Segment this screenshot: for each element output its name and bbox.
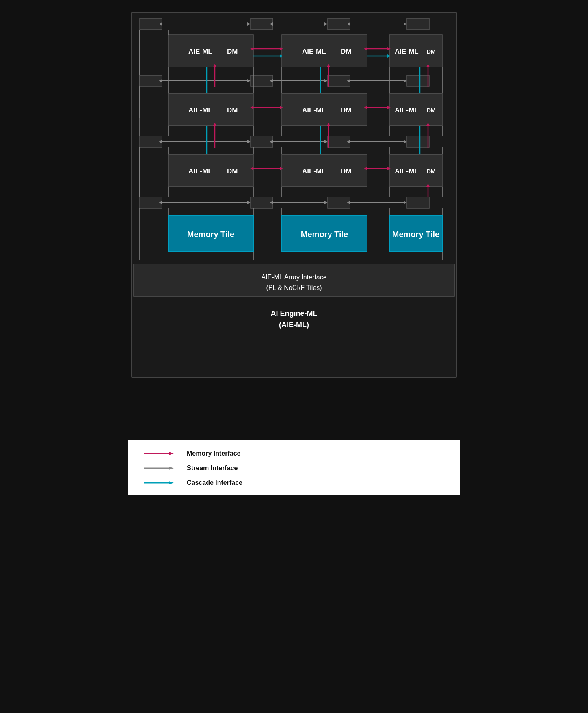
legend-arrow-memory (144, 450, 180, 457)
svg-rect-76 (140, 136, 162, 147)
svg-text:AIE-ML: AIE-ML (302, 48, 326, 55)
svg-text:Memory Tile: Memory Tile (301, 230, 348, 239)
svg-rect-128 (407, 197, 429, 208)
svg-text:(PL & NoCI/F Tiles): (PL & NoCI/F Tiles) (266, 284, 322, 291)
legend-memory-label: Memory Interface (187, 450, 241, 457)
svg-marker-186 (169, 481, 174, 484)
diagram-container: AIE-ML DM AIE-ML DM AIE-ML DM (128, 8, 460, 440)
svg-text:DM: DM (427, 168, 436, 175)
legend-stream-label: Stream Interface (187, 465, 238, 472)
svg-text:AIE-ML: AIE-ML (188, 48, 212, 55)
svg-rect-120 (251, 197, 273, 208)
svg-marker-184 (169, 467, 174, 470)
svg-text:Memory Tile: Memory Tile (187, 230, 234, 239)
svg-rect-80 (251, 136, 273, 147)
legend: Memory Interface Stream Interface Cascad… (128, 440, 460, 495)
svg-text:DM: DM (427, 48, 436, 55)
svg-rect-2 (140, 18, 162, 30)
svg-rect-6 (251, 18, 273, 30)
legend-cascade-label: Cascade Interface (187, 479, 242, 486)
svg-text:DM: DM (227, 106, 238, 114)
svg-rect-40 (251, 75, 273, 86)
svg-text:AIE-ML: AIE-ML (188, 167, 212, 175)
legend-arrow-cascade (144, 480, 180, 486)
svg-rect-44 (328, 75, 350, 86)
svg-text:AIE-ML Array Interface: AIE-ML Array Interface (261, 274, 326, 281)
svg-rect-10 (328, 18, 350, 30)
svg-rect-116 (140, 197, 162, 208)
svg-marker-182 (169, 452, 174, 455)
svg-text:Memory Tile: Memory Tile (392, 230, 439, 239)
svg-text:DM: DM (227, 48, 238, 55)
svg-text:DM: DM (341, 48, 351, 55)
svg-text:DM: DM (341, 167, 351, 175)
legend-memory-interface: Memory Interface (144, 450, 444, 457)
svg-text:DM: DM (427, 107, 436, 114)
svg-rect-36 (140, 75, 162, 86)
svg-rect-124 (328, 197, 350, 208)
svg-text:AIE-ML: AIE-ML (302, 167, 326, 175)
svg-rect-84 (328, 136, 350, 147)
svg-text:AIE-ML: AIE-ML (395, 106, 419, 114)
svg-rect-88 (407, 136, 429, 147)
legend-arrow-stream (144, 465, 180, 471)
legend-stream-interface: Stream Interface (144, 465, 444, 472)
svg-rect-14 (407, 18, 429, 30)
legend-cascade-interface: Cascade Interface (144, 479, 444, 486)
svg-text:AIE-ML: AIE-ML (395, 48, 419, 55)
svg-text:AIE-ML: AIE-ML (395, 167, 419, 175)
svg-text:AIE-ML: AIE-ML (302, 106, 326, 114)
main-diagram-svg: AIE-ML DM AIE-ML DM AIE-ML DM (128, 8, 460, 439)
svg-text:(AIE-ML): (AIE-ML) (279, 321, 309, 329)
page-wrapper: AIE-ML DM AIE-ML DM AIE-ML DM (128, 8, 460, 495)
svg-text:AIE-ML: AIE-ML (188, 106, 212, 114)
svg-text:DM: DM (341, 106, 351, 114)
svg-text:DM: DM (227, 167, 238, 175)
svg-text:AI Engine-ML: AI Engine-ML (271, 309, 318, 318)
svg-rect-48 (407, 75, 429, 86)
